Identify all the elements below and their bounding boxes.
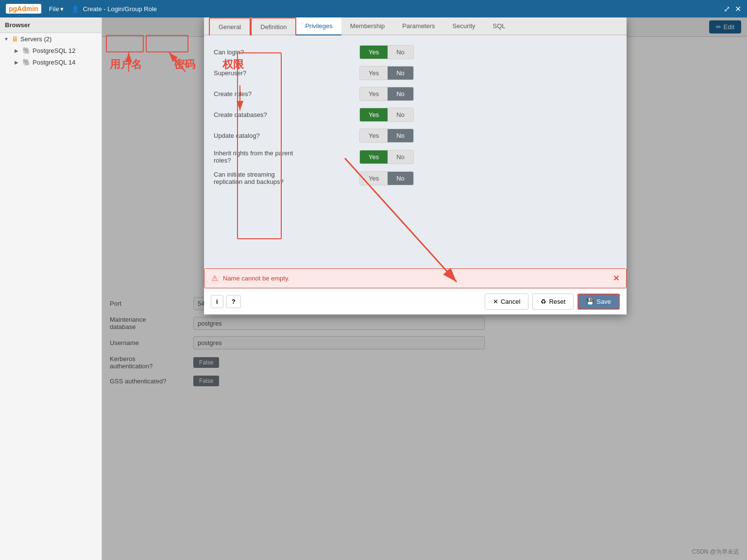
create-roles-row: Create roles? Yes No [214,87,414,101]
pg14-toggle[interactable]: ▶ [15,60,20,65]
dialog-title: 👤 Create - Login/Group Role [71,5,720,13]
annotation-password: 密码 [174,57,195,72]
inherit-rights-no[interactable]: No [388,150,413,164]
tab-privileges[interactable]: Privileges [296,17,341,35]
tab-membership[interactable]: Membership [341,17,394,35]
inherit-rights-yes[interactable]: Yes [360,150,388,164]
inherit-rights-label: Inherit rights from the parentroles? [214,149,350,164]
reset-label: Reset [549,298,565,305]
pg14-label: PostgreSQL 14 [33,59,75,66]
maximize-icon[interactable]: ⤢ [724,4,730,14]
red-box-definition [146,35,188,52]
streaming-toggle[interactable]: Yes No [359,171,414,185]
cancel-label: Cancel [501,298,520,305]
create-roles-label: Create roles? [214,90,350,98]
cancel-icon: ✕ [493,298,498,305]
can-login-label: Can login? [214,49,350,56]
modal-dialog: General Definition Privileges Membership… [204,17,627,314]
can-login-toggle[interactable]: Yes No [359,45,414,59]
streaming-row: Can initiate streamingreplication and ba… [214,171,414,185]
update-catalog-toggle[interactable]: Yes No [359,129,414,143]
tab-sql[interactable]: SQL [484,17,514,35]
error-bar: ⚠ Name cannot be empty. ✕ [204,268,627,288]
main-layout: Browser ▼ 🖥 Servers (2) ▶ 🐘 PostgreSQL 1… [0,17,747,560]
top-bar: pgAdmin File ▾ 👤 Create - Login/Group Ro… [0,0,747,17]
file-menu-label: File [49,5,59,13]
save-icon: 💾 [586,298,594,305]
dialog-icon: 👤 [71,5,79,13]
can-login-yes[interactable]: Yes [360,46,388,59]
create-roles-no[interactable]: No [388,87,413,100]
browser-header: Browser [0,17,102,33]
update-catalog-no[interactable]: No [388,129,413,142]
arrow-password [169,52,186,72]
sidebar-item-pg14[interactable]: ▶ 🐘 PostgreSQL 14 [0,56,102,68]
create-db-row: Create databases? Yes No [214,108,414,122]
pg14-icon: 🐘 [22,58,31,66]
tab-parameters[interactable]: Parameters [393,17,443,35]
superuser-yes[interactable]: Yes [360,66,388,80]
superuser-toggle[interactable]: Yes No [359,66,414,80]
create-db-yes[interactable]: Yes [360,108,388,121]
streaming-yes[interactable]: Yes [360,172,388,185]
close-icon[interactable]: ✕ [735,4,741,14]
update-catalog-row: Update catalog? Yes No [214,129,414,143]
save-button[interactable]: 💾 Save [577,294,620,310]
pg12-icon: 🐘 [22,47,31,54]
file-menu-chevron: ▾ [60,5,64,13]
create-db-no[interactable]: No [388,108,413,121]
footer-right: ✕ Cancel ♻ Reset 💾 Save [485,294,620,310]
superuser-no[interactable]: No [388,66,413,80]
create-db-toggle[interactable]: Yes No [359,108,414,122]
sidebar-item-pg12[interactable]: ▶ 🐘 PostgreSQL 12 [0,45,102,56]
superuser-label: Superuser? [214,69,350,77]
servers-toggle[interactable]: ▼ [4,36,10,42]
error-message: Name cannot be empty. [223,275,289,282]
sidebar: Browser ▼ 🖥 Servers (2) ▶ 🐘 PostgreSQL 1… [0,17,102,560]
error-icon: ⚠ [211,274,218,283]
sidebar-item-servers[interactable]: ▼ 🖥 Servers (2) [0,33,102,45]
can-login-row: Can login? Yes No [214,45,414,59]
annotation-username: 用户名 [110,57,142,72]
can-login-no[interactable]: No [388,46,413,59]
footer-left: i ? [211,295,241,308]
save-label: Save [596,298,611,305]
modal-footer: i ? ✕ Cancel ♻ Reset 💾 [204,288,627,314]
update-catalog-yes[interactable]: Yes [360,129,388,142]
logo-pg: pg [9,5,17,13]
pgadmin-logo: pgAdmin [6,4,41,14]
inherit-rights-toggle[interactable]: Yes No [359,150,414,164]
cancel-button[interactable]: ✕ Cancel [485,294,528,310]
streaming-label: Can initiate streamingreplication and ba… [214,171,350,185]
modal-tabs: General Definition Privileges Membership… [204,17,627,35]
red-box-general [106,35,144,52]
reset-icon: ♻ [541,298,546,305]
modal-overlay: General Definition Privileges Membership… [102,17,747,560]
window-controls: ⤢ ✕ [724,4,741,14]
servers-label: Servers (2) [20,35,51,43]
superuser-row: Superuser? Yes No [214,66,414,80]
create-db-label: Create databases? [214,111,350,118]
help-button[interactable]: ? [226,295,241,308]
tab-definition[interactable]: Definition [251,17,296,35]
info-button[interactable]: i [211,295,223,308]
create-roles-yes[interactable]: Yes [360,87,388,100]
reset-button[interactable]: ♻ Reset [532,294,574,310]
servers-icon: 🖥 [12,35,18,43]
streaming-no[interactable]: No [388,172,413,185]
update-catalog-label: Update catalog? [214,132,350,139]
error-close-button[interactable]: ✕ [613,274,619,283]
pg12-toggle[interactable]: ▶ [15,48,20,53]
logo-admin: Admin [17,5,38,13]
file-menu[interactable]: File ▾ [45,4,68,14]
tab-general[interactable]: General [209,17,251,35]
tab-security[interactable]: Security [444,17,484,35]
inherit-rights-row: Inherit rights from the parentroles? Yes… [214,149,414,164]
create-roles-toggle[interactable]: Yes No [359,87,414,101]
modal-body: Can login? Yes No Superuser? Yes No [204,35,627,268]
right-panel: ✏ Edit Port 5432 Maintenancedatabase pos… [102,17,747,560]
pg12-label: PostgreSQL 12 [33,47,75,54]
